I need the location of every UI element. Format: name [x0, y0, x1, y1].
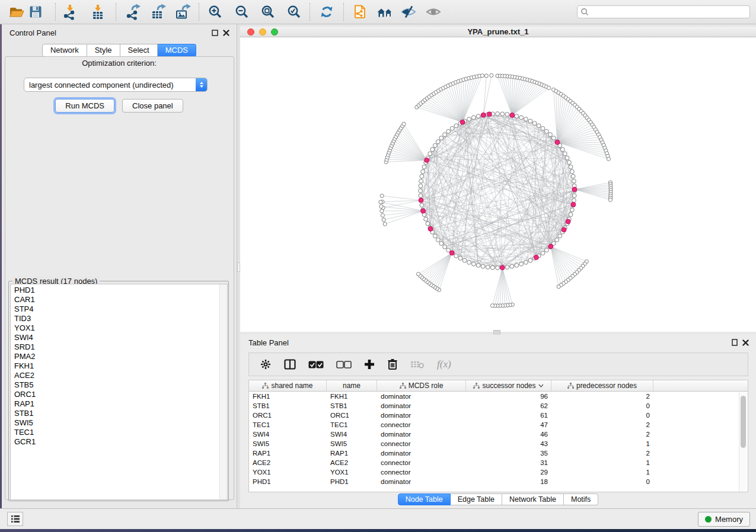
optimization-criterion-value: largest connected component (undirected) [24, 81, 196, 89]
mcds-result-item[interactable]: TID3 [11, 314, 227, 323]
table-scrollbar[interactable] [739, 392, 747, 492]
tab-network-table[interactable]: Network Table [502, 493, 564, 505]
table-cell: ACE2 [249, 459, 327, 466]
table-row[interactable]: YOX1YOX1connector291 [249, 467, 748, 477]
mcds-result-item[interactable]: FKH1 [11, 361, 227, 371]
search-input[interactable] [589, 7, 747, 17]
houses-icon[interactable] [377, 4, 393, 20]
float-panel-icon[interactable] [212, 30, 218, 36]
table-row[interactable]: PHD1PHD1dominator180 [249, 477, 748, 486]
mcds-result-item[interactable]: PMA2 [11, 352, 227, 361]
mcds-result-item[interactable]: SWI4 [11, 333, 227, 342]
mcds-result-item[interactable]: ORC1 [11, 390, 227, 399]
minimize-window-icon[interactable] [259, 28, 266, 36]
mcds-result-item[interactable]: GCR1 [11, 437, 227, 447]
mcds-result-item[interactable]: TEC1 [11, 428, 227, 437]
tab-style[interactable]: Style [87, 44, 120, 57]
table-row[interactable]: SWI5SWI5connector431 [249, 439, 748, 448]
optimization-criterion-select[interactable]: largest connected component (undirected) [24, 78, 208, 92]
refresh-icon[interactable] [318, 4, 335, 20]
column-header-label: name [343, 382, 361, 390]
mcds-result-item[interactable]: STB1 [11, 409, 227, 418]
workspace-region: YPA_prune.txt_1 Table Panel [240, 24, 756, 508]
scrollbar-thumb[interactable] [741, 396, 746, 448]
export-image-icon[interactable] [174, 4, 191, 20]
table-row[interactable]: ACE2ACE2connector311 [249, 458, 748, 467]
table-row[interactable]: ORC1ORC1dominator610 [249, 411, 748, 420]
task-list-icon[interactable] [7, 512, 23, 526]
table-cell: 0 [551, 478, 653, 485]
mcds-result-item[interactable]: SWI5 [11, 418, 227, 428]
mcds-result-item[interactable]: SRD1 [11, 342, 227, 352]
zoom-fit-icon[interactable] [260, 4, 276, 20]
table-mode-gear-icon[interactable] [260, 357, 272, 371]
control-panel-title: Control Panel [2, 28, 56, 37]
tab-network[interactable]: Network [42, 44, 87, 57]
main-toolbar [0, 0, 756, 24]
select-all-checkboxes-icon[interactable] [308, 357, 324, 371]
delete-columns-icon[interactable] [387, 357, 398, 371]
table-cell: 2 [551, 431, 653, 438]
tab-mcds[interactable]: MCDS [158, 44, 196, 57]
import-table-icon[interactable] [90, 4, 106, 20]
table-row[interactable]: STB1STB1dominator620 [249, 401, 748, 411]
table-cell: dominator [377, 412, 466, 419]
mcds-result-item[interactable]: YOX1 [11, 323, 227, 333]
tab-select[interactable]: Select [120, 44, 158, 57]
table-body: FKH1FKH1dominator962STB1STB1dominator620… [249, 392, 748, 486]
memory-button[interactable]: Memory [698, 512, 750, 527]
zoom-in-icon[interactable] [207, 4, 224, 20]
mcds-result-item[interactable]: STB5 [11, 380, 227, 390]
close-panel-icon[interactable] [742, 339, 749, 346]
run-mcds-button[interactable]: Run MCDS [55, 99, 114, 113]
zoom-out-icon[interactable] [234, 4, 250, 20]
column-header-successor-nodes[interactable]: successor nodes [466, 380, 551, 391]
table-row[interactable]: SWI4SWI4dominator462 [249, 430, 748, 439]
float-panel-icon[interactable] [732, 339, 738, 346]
network-canvas[interactable] [240, 37, 756, 331]
close-window-icon[interactable] [247, 28, 254, 36]
open-file-icon[interactable] [8, 4, 25, 20]
tab-motifs[interactable]: Motifs [564, 493, 598, 505]
mcds-result-item[interactable]: ACE2 [11, 371, 227, 380]
application-window: Control Panel NetworkStyleSelectMCDS Opt… [0, 0, 756, 532]
table-row[interactable]: FKH1FKH1dominator962 [249, 392, 748, 401]
eye-icon[interactable] [425, 4, 442, 20]
column-header-shared-name[interactable]: shared name [249, 380, 327, 391]
node-table[interactable]: shared namenameMCDS rolesuccessor nodesp… [248, 380, 748, 492]
mcds-result-item[interactable]: PHD1 [11, 286, 227, 295]
status-bar: Memory [0, 508, 756, 529]
close-panel-button[interactable]: Close panel [122, 99, 183, 113]
table-row[interactable]: RAP1RAP1dominator352 [249, 448, 748, 458]
column-header-predecessor-nodes[interactable]: predecessor nodes [551, 380, 653, 391]
mcds-result-item[interactable]: CAR1 [11, 295, 227, 305]
tab-node-table[interactable]: Node Table [398, 493, 451, 505]
save-session-icon[interactable] [27, 4, 44, 20]
maximize-window-icon[interactable] [271, 28, 278, 36]
mcds-result-item[interactable]: STP4 [11, 305, 227, 314]
search-box[interactable] [577, 5, 750, 18]
search-icon [580, 8, 589, 16]
import-network-icon[interactable] [62, 4, 78, 20]
network-graph[interactable] [240, 37, 756, 331]
export-table-icon[interactable] [149, 4, 166, 20]
show-columns-icon[interactable] [284, 357, 296, 371]
table-cell: 2 [551, 450, 653, 457]
network-document-icon[interactable] [352, 4, 368, 20]
eye-hide-icon[interactable] [400, 4, 417, 20]
zoom-selected-icon[interactable] [286, 4, 302, 20]
add-column-icon[interactable] [364, 357, 375, 371]
tab-edge-table[interactable]: Edge Table [451, 493, 502, 505]
export-network-icon[interactable] [125, 4, 141, 20]
table-row[interactable]: TEC1TEC1connector472 [249, 420, 748, 430]
mcds-result-item[interactable]: RAP1 [11, 399, 227, 409]
table-panel-tabs: Node TableEdge TableNetwork TableMotifs [240, 493, 756, 505]
mcds-list-scrollbar[interactable] [219, 284, 227, 499]
table-cell: TEC1 [327, 421, 377, 428]
column-header-name[interactable]: name [327, 380, 377, 391]
mcds-result-list[interactable]: PHD1CAR1STP4TID3YOX1SWI4SRD1PMA2FKH1ACE2… [10, 284, 228, 500]
deselect-all-checkboxes-icon[interactable] [336, 357, 352, 371]
close-panel-icon[interactable] [223, 30, 229, 36]
column-header-MCDS-role[interactable]: MCDS role [377, 380, 466, 391]
table-cell: 2 [551, 421, 653, 428]
